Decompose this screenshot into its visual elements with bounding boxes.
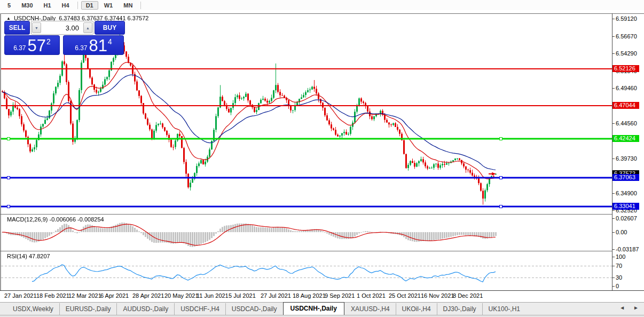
chevron-up-icon: ▲	[86, 26, 90, 30]
chart-tab-usdcnh-daily[interactable]: USDCNH-,Daily	[283, 302, 344, 315]
date-axis[interactable]: 27 Jan 202118 Feb 202112 Mar 20216 Apr 2…	[0, 291, 612, 302]
chart-tab-audusd-daily[interactable]: AUDUSD-,Daily	[116, 303, 174, 315]
date-label: 6 Apr 2021	[100, 292, 129, 299]
main-macd-separator[interactable]	[0, 214, 612, 215]
sell-price-big-digits: 57	[28, 37, 46, 54]
date-label: 18 Feb 2021	[36, 292, 69, 299]
toolbar-separator	[77, 2, 78, 9]
date-label: 8 Dec 2021	[453, 292, 483, 299]
price-level-label: 6.47044	[612, 102, 639, 109]
price-tick: 6.54290	[616, 50, 637, 57]
timeframe-toolbar: 5M30H1H4D1W1MN	[0, 0, 644, 10]
tab-scroll-nav: ◄ ►	[619, 305, 639, 311]
timeframe-button-h4[interactable]: H4	[57, 1, 74, 10]
sell-price-pip-digit: 2	[46, 37, 51, 46]
price-tick: 6.59120	[616, 15, 637, 22]
chart-tab-bar: USDX,WeeklyEURUSD-,DailyAUDUSD-,DailyUSD…	[0, 302, 644, 315]
rsi-scale-tick: 30	[616, 274, 622, 281]
chart-tab-xauusd-h4[interactable]: XAUUSD-,H4	[344, 303, 396, 315]
chart-tab-ukoil-h4[interactable]: UKOil-,H4	[396, 303, 437, 315]
buy-price-pip-digit: 4	[108, 37, 112, 46]
volume-input[interactable]: 3.00	[41, 24, 83, 32]
price-level-label: 6.52126	[612, 65, 639, 72]
date-label: 27 Jan 2021	[4, 292, 37, 299]
price-tick: 6.39730	[616, 155, 637, 162]
chart-tab-usdcad-daily[interactable]: USDCAD-,Daily	[225, 303, 283, 315]
buy-price-prefix: 6.37	[75, 44, 87, 52]
price-level-label: 6.37063	[612, 174, 639, 181]
timeframe-button-5[interactable]: 5	[3, 1, 15, 10]
volume-decrease-button[interactable]: ▼	[32, 22, 41, 33]
rsi-scale-tick: 0	[616, 283, 619, 289]
date-label: 9 Sep 2021	[325, 292, 355, 299]
macd-rsi-separator[interactable]	[0, 251, 612, 251]
trade-widget-price-row: 6.37 57 2 6.37 81 4	[4, 35, 125, 55]
date-label: 12 Mar 2021	[68, 292, 101, 299]
buy-price-display[interactable]: 6.37 81 4	[63, 35, 124, 55]
volume-increase-button[interactable]: ▲	[83, 22, 92, 33]
date-label: 28 Apr 2021	[132, 292, 164, 299]
price-axis[interactable]: 6.591206.566706.542906.518406.494606.445…	[612, 0, 644, 302]
toolbar-separator	[140, 2, 141, 9]
rsi-scale-tick: 100	[616, 253, 625, 260]
timeframe-button-h1[interactable]: H1	[39, 1, 56, 10]
timeframe-button-w1[interactable]: W1	[99, 1, 118, 10]
macd-scale-tick: -0.03187	[616, 246, 639, 252]
buy-price-big-digits: 81	[89, 37, 107, 54]
price-tick: 6.34900	[616, 190, 637, 196]
chart-tab-dj30-daily[interactable]: DJ30-,Daily	[437, 303, 482, 315]
price-tick: 6.44560	[616, 120, 637, 126]
trading-platform-window: 5M30H1H4D1W1MN ▲ USDCNH-,Daily 6.37483 6…	[0, 0, 644, 317]
chart-tab-usdx-weekly[interactable]: USDX,Weekly	[6, 303, 59, 315]
trade-widget-top-row: SELL ▼ 3.00 ▲ BUY	[4, 21, 125, 35]
tab-scroll-right-icon[interactable]: ►	[633, 305, 639, 311]
buy-button[interactable]: BUY	[95, 21, 125, 35]
price-level-label: 6.42424	[612, 135, 639, 142]
sell-price-prefix: 6.37	[13, 44, 26, 52]
macd-scale-tick: 0.02607	[616, 215, 637, 221]
date-label: 25 Oct 2021	[389, 292, 421, 299]
chart-tab-usdchf-h4[interactable]: USDCHF-,H4	[174, 303, 225, 315]
date-label: 5 Jul 2021	[229, 292, 256, 299]
tab-scroll-left-icon[interactable]: ◄	[619, 305, 625, 311]
macd-scale-tick: 0.00	[616, 229, 627, 235]
timeframe-button-m30[interactable]: M30	[17, 1, 37, 10]
volume-stepper: ▼ 3.00 ▲	[31, 21, 93, 35]
rsi-indicator-canvas[interactable]	[1, 251, 612, 290]
date-label: 16 Nov 2021	[421, 292, 454, 299]
chart-tab-uk100-h1[interactable]: UK100-,H1	[482, 303, 526, 315]
date-label: 20 May 2021	[164, 292, 199, 299]
date-label: 18 Aug 2021	[293, 292, 326, 299]
price-tick: 6.56670	[616, 33, 637, 39]
one-click-trade-widget: SELL ▼ 3.00 ▲ BUY 6.37 57 2 6.37 81 4	[4, 21, 125, 55]
date-label: 27 Jul 2021	[261, 292, 291, 299]
date-label: 1 Oct 2021	[357, 292, 386, 299]
timeframe-button-mn[interactable]: MN	[119, 1, 137, 10]
price-level-label: 6.33041	[612, 203, 639, 210]
macd-label: MACD(12,26,9) -0.006066 -0.008254	[7, 216, 104, 223]
collapse-icon[interactable]: ▲	[6, 16, 11, 21]
price-tick: 6.49460	[616, 85, 637, 91]
timeframe-button-d1[interactable]: D1	[81, 1, 98, 10]
rsi-label: RSI(14) 47.8207	[7, 253, 50, 259]
sell-price-display[interactable]: 6.37 57 2	[4, 35, 60, 55]
status-strip	[0, 315, 644, 317]
date-label: 11 Jun 2021	[197, 292, 229, 299]
chevron-down-icon: ▼	[35, 26, 38, 30]
rsi-scale-tick: 70	[616, 263, 622, 269]
chart-tab-eurusd-daily[interactable]: EURUSD-,Daily	[59, 303, 117, 315]
sell-button[interactable]: SELL	[4, 21, 30, 35]
